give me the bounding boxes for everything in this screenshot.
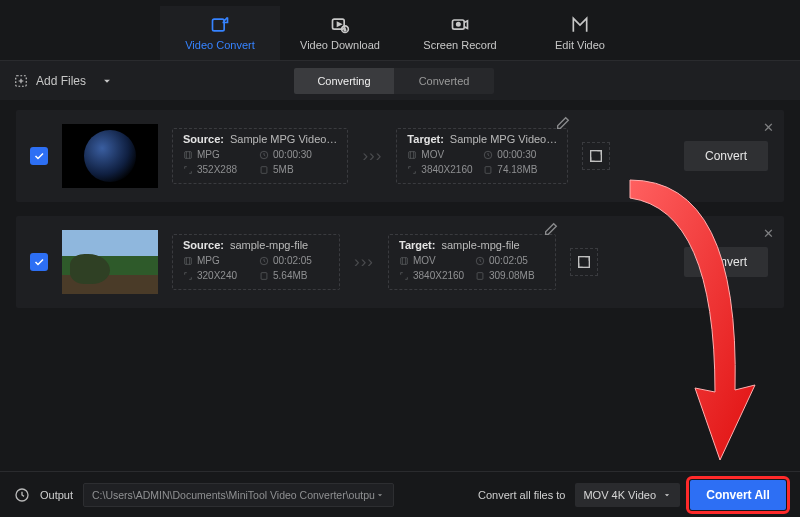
- clock-icon: [259, 150, 269, 160]
- list-item: ✕ Source:sample-mpg-file MPG 00:02:05 32…: [16, 216, 784, 308]
- svg-rect-17: [401, 257, 408, 264]
- target-preset: MOV 4K Video: [583, 489, 656, 501]
- history-icon[interactable]: [14, 487, 30, 503]
- source-format: MPG: [197, 149, 220, 160]
- edit-icon[interactable]: [543, 221, 559, 237]
- target-box: Target:sample-mpg-file MOV 00:02:05 3840…: [388, 234, 556, 290]
- target-size: 309.08MB: [489, 270, 535, 281]
- resolution-icon: [183, 271, 193, 281]
- svg-rect-9: [261, 166, 267, 173]
- svg-rect-16: [261, 272, 267, 279]
- resolution-icon: [399, 271, 409, 281]
- target-settings-button[interactable]: [570, 248, 598, 276]
- target-label: Target:: [399, 239, 435, 251]
- screen-record-icon: [450, 15, 470, 35]
- close-icon[interactable]: ✕: [763, 120, 774, 135]
- thumbnail: [62, 124, 158, 188]
- svg-rect-12: [485, 166, 491, 173]
- tab-screen-record[interactable]: Screen Record: [400, 6, 520, 60]
- toolbar: Add Files Converting Converted: [0, 60, 800, 100]
- convert-button[interactable]: Convert: [684, 141, 768, 171]
- svg-rect-20: [579, 257, 590, 268]
- check-icon: [33, 256, 45, 268]
- target-filename: sample-mpg-file: [441, 239, 519, 251]
- close-icon[interactable]: ✕: [763, 226, 774, 241]
- chevron-down-icon: [100, 74, 114, 88]
- items-list: ✕ Source:Sample MPG Video… MPG 00:00:30 …: [0, 100, 800, 308]
- target-format: MOV: [413, 255, 436, 266]
- format-icon: [183, 150, 193, 160]
- add-files-label: Add Files: [36, 74, 86, 88]
- target-duration: 00:00:30: [497, 149, 536, 160]
- target-settings-button[interactable]: [582, 142, 610, 170]
- source-size: 5.64MB: [273, 270, 307, 281]
- size-icon: [259, 165, 269, 175]
- source-label: Source:: [183, 239, 224, 251]
- arrow-icon: ›››: [362, 146, 382, 166]
- item-checkbox[interactable]: [30, 253, 48, 271]
- convert-button[interactable]: Convert: [684, 247, 768, 277]
- tab-converted[interactable]: Converted: [394, 68, 494, 94]
- source-format: MPG: [197, 255, 220, 266]
- target-resolution: 3840X2160: [413, 270, 464, 281]
- tab-label: Video Download: [300, 39, 380, 51]
- resolution-icon: [407, 165, 417, 175]
- tab-video-download[interactable]: Video Download: [280, 6, 400, 60]
- chevron-down-icon: [662, 490, 672, 500]
- plus-box-icon: [14, 74, 28, 88]
- chevron-down-icon: [375, 490, 385, 500]
- top-nav: Video Convert Video Download Screen Reco…: [0, 0, 800, 60]
- tab-converting[interactable]: Converting: [294, 68, 394, 94]
- tab-label: Screen Record: [423, 39, 496, 51]
- video-download-icon: [330, 15, 350, 35]
- expand-icon: [576, 254, 592, 270]
- list-item: ✕ Source:Sample MPG Video… MPG 00:00:30 …: [16, 110, 784, 202]
- format-icon: [407, 150, 417, 160]
- tab-label: Video Convert: [185, 39, 255, 51]
- source-size: 5MB: [273, 164, 294, 175]
- tab-label: Edit Video: [555, 39, 605, 51]
- arrow-icon: ›››: [354, 252, 374, 272]
- expand-icon: [588, 148, 604, 164]
- svg-rect-0: [213, 19, 225, 31]
- edit-video-icon: [570, 15, 590, 35]
- format-icon: [183, 256, 193, 266]
- target-resolution: 3840X2160: [421, 164, 472, 175]
- size-icon: [259, 271, 269, 281]
- target-label: Target:: [407, 133, 443, 145]
- resolution-icon: [183, 165, 193, 175]
- target-duration: 00:02:05: [489, 255, 528, 266]
- video-convert-icon: [210, 15, 230, 35]
- status-segment: Converting Converted: [294, 68, 494, 94]
- item-checkbox[interactable]: [30, 147, 48, 165]
- source-box: Source:Sample MPG Video… MPG 00:00:30 35…: [172, 128, 348, 184]
- source-resolution: 352X288: [197, 164, 237, 175]
- svg-rect-7: [185, 151, 192, 158]
- format-icon: [399, 256, 409, 266]
- convert-all-button[interactable]: Convert All: [690, 480, 786, 510]
- output-path-select[interactable]: C:\Users\ADMIN\Documents\MiniTool Video …: [83, 483, 394, 507]
- source-resolution: 320X240: [197, 270, 237, 281]
- target-box: Target:Sample MPG Video… MOV 00:00:30 38…: [396, 128, 568, 184]
- svg-rect-10: [409, 151, 416, 158]
- svg-rect-19: [477, 272, 483, 279]
- svg-marker-2: [338, 23, 341, 26]
- target-filename: Sample MPG Video…: [450, 133, 557, 145]
- size-icon: [475, 271, 485, 281]
- thumbnail: [62, 230, 158, 294]
- clock-icon: [483, 150, 493, 160]
- target-format: MOV: [421, 149, 444, 160]
- output-label: Output: [40, 489, 73, 501]
- clock-icon: [259, 256, 269, 266]
- svg-point-5: [457, 23, 460, 26]
- edit-icon[interactable]: [555, 115, 571, 131]
- tab-video-convert[interactable]: Video Convert: [160, 6, 280, 60]
- size-icon: [483, 165, 493, 175]
- clock-icon: [475, 256, 485, 266]
- svg-rect-13: [591, 151, 602, 162]
- source-duration: 00:02:05: [273, 255, 312, 266]
- source-filename: Sample MPG Video…: [230, 133, 337, 145]
- add-files-button[interactable]: Add Files: [0, 74, 128, 88]
- target-preset-select[interactable]: MOV 4K Video: [575, 483, 680, 507]
- tab-edit-video[interactable]: Edit Video: [520, 6, 640, 60]
